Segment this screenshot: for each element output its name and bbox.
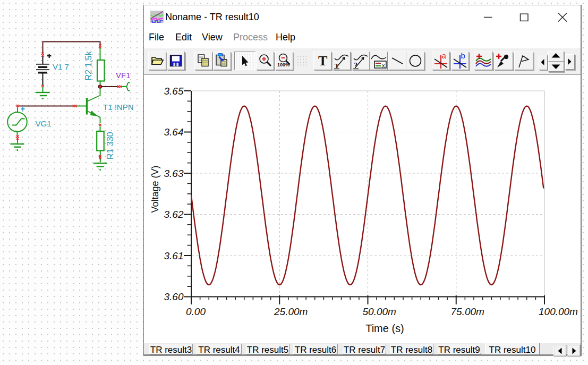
svg-text:x: x (382, 62, 385, 69)
svg-text:3.60: 3.60 (164, 291, 184, 302)
svg-text:?: ? (354, 62, 357, 70)
svg-text:75.00m: 75.00m (451, 306, 484, 317)
svg-text:3.63: 3.63 (164, 168, 184, 179)
svg-text:50.00m: 50.00m (363, 306, 396, 317)
svg-text:100%: 100% (277, 62, 289, 67)
svg-text:3.61: 3.61 (164, 250, 184, 261)
svg-text:3.64: 3.64 (164, 126, 184, 138)
svg-text:100.00m: 100.00m (539, 306, 578, 317)
svg-text:a: a (442, 52, 447, 60)
svg-text:b: b (461, 52, 465, 60)
svg-text:Time (s): Time (s) (365, 322, 404, 334)
svg-text:0.00: 0.00 (186, 306, 206, 317)
svg-text:T: T (318, 53, 327, 69)
svg-text:3.62: 3.62 (164, 209, 184, 220)
svg-text:3.65: 3.65 (164, 86, 184, 97)
svg-text:Voltage (V): Voltage (V) (150, 165, 160, 213)
svg-text:25.00m: 25.00m (274, 306, 308, 317)
